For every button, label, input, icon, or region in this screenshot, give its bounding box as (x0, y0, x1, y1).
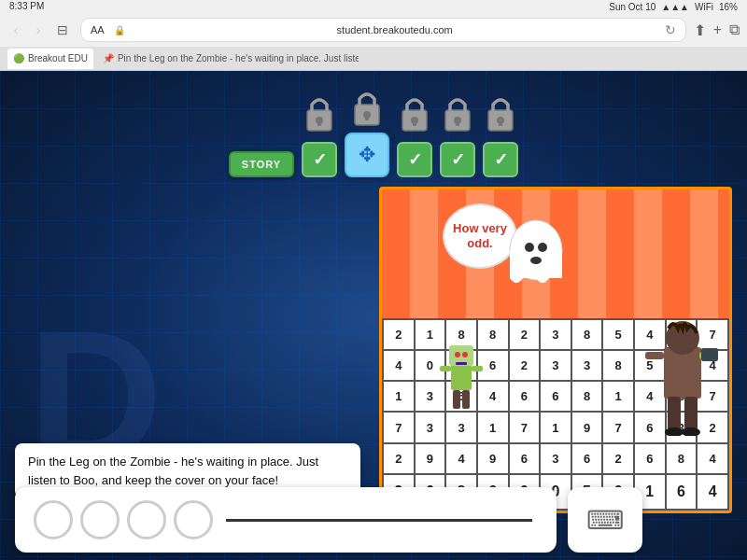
scene-illustration-panel: 21882385447 40962338544 13646681487 7331… (379, 187, 732, 513)
svg-rect-29 (664, 347, 701, 399)
answer-circle-3[interactable] (127, 500, 166, 539)
tab1-label: Breakout EDU (28, 53, 88, 63)
svg-rect-25 (440, 366, 451, 371)
floor-row-5: 29496362684 (383, 443, 728, 474)
tab2-icon: 📌 (103, 53, 114, 63)
tab-breakout-edu[interactable]: 🟢 Breakout EDU (7, 49, 93, 69)
lock-5[interactable]: ✓ (483, 91, 518, 177)
zombie-character (438, 338, 485, 413)
bookmarks-button[interactable]: ⊟ (52, 21, 73, 38)
lock-2-icon (349, 86, 385, 131)
story-button[interactable]: STORY (229, 151, 294, 177)
svg-rect-35 (684, 397, 698, 432)
answer-circle-1[interactable] (34, 500, 73, 539)
answer-input-panel[interactable] (15, 487, 557, 553)
svg-rect-8 (413, 120, 416, 126)
svg-rect-28 (462, 390, 470, 409)
lock-4[interactable]: ✓ (440, 91, 475, 177)
svg-rect-5 (365, 115, 369, 120)
svg-rect-20 (451, 364, 472, 390)
time: 8:33 PM (9, 1, 44, 12)
svg-rect-33 (701, 348, 718, 361)
signal-icon: ▲▲▲ (661, 2, 689, 12)
game-nav-bar: STORY ✓ ✥ (0, 71, 747, 177)
svg-rect-14 (499, 120, 502, 126)
svg-point-17 (525, 243, 534, 252)
tab-zombie-game[interactable]: 📌 Pin the Leg on the Zombie - he's waiti… (97, 49, 359, 69)
answer-circle-2[interactable] (80, 500, 120, 539)
tab2-label: Pin the Leg on the Zombie - he's waiting… (118, 53, 359, 63)
check-badge-3[interactable]: ✓ (397, 142, 432, 177)
svg-point-19 (530, 257, 542, 264)
new-tab-button[interactable]: + (713, 21, 722, 38)
url-display: student.breakoutedu.com (131, 24, 659, 35)
svg-point-22 (455, 352, 460, 357)
bottom-input-area: ⌨ (0, 480, 747, 560)
svg-rect-11 (456, 120, 459, 126)
lock-3[interactable]: ✓ (397, 91, 432, 177)
svg-rect-31 (645, 352, 664, 359)
move-icon-active[interactable]: ✥ (345, 133, 389, 177)
lock-4-icon (440, 91, 475, 136)
reload-button[interactable]: ↻ (665, 22, 676, 37)
svg-point-18 (538, 243, 547, 252)
person-character (645, 315, 720, 436)
tabs-button[interactable]: ⧉ (729, 21, 740, 38)
check-badge-5[interactable]: ✓ (483, 142, 518, 177)
share-button[interactable]: ⬆ (694, 21, 706, 39)
lock-1[interactable]: ✓ (302, 91, 337, 177)
svg-rect-24 (456, 362, 467, 365)
ghost-character (503, 208, 569, 292)
check-badge-4[interactable]: ✓ (440, 142, 475, 177)
svg-point-23 (462, 352, 468, 357)
answer-circle-4[interactable] (174, 500, 213, 539)
answer-line (226, 519, 532, 522)
svg-rect-27 (453, 390, 460, 409)
keyboard-icon: ⌨ (586, 505, 624, 536)
wifi-icon: WiFi (695, 2, 713, 12)
forward-button[interactable]: › (30, 21, 47, 38)
check-badge-1[interactable]: ✓ (302, 142, 337, 177)
battery-indicator: 16% (719, 2, 738, 12)
keyboard-button-panel[interactable]: ⌨ (568, 487, 642, 553)
ssl-lock-icon: 🔒 (114, 25, 125, 35)
tab1-icon: 🟢 (13, 53, 24, 63)
lock-move-active[interactable]: ✥ (345, 86, 389, 177)
day: Sun Oct 10 (609, 2, 655, 12)
svg-rect-34 (668, 397, 681, 432)
lock-3-icon (397, 91, 432, 136)
font-size-aa[interactable]: AA (91, 24, 105, 35)
back-button[interactable]: ‹ (7, 21, 24, 38)
svg-rect-2 (317, 120, 321, 126)
svg-rect-26 (472, 366, 483, 371)
lock-1-icon (302, 91, 337, 136)
lock-5-icon (483, 91, 518, 136)
